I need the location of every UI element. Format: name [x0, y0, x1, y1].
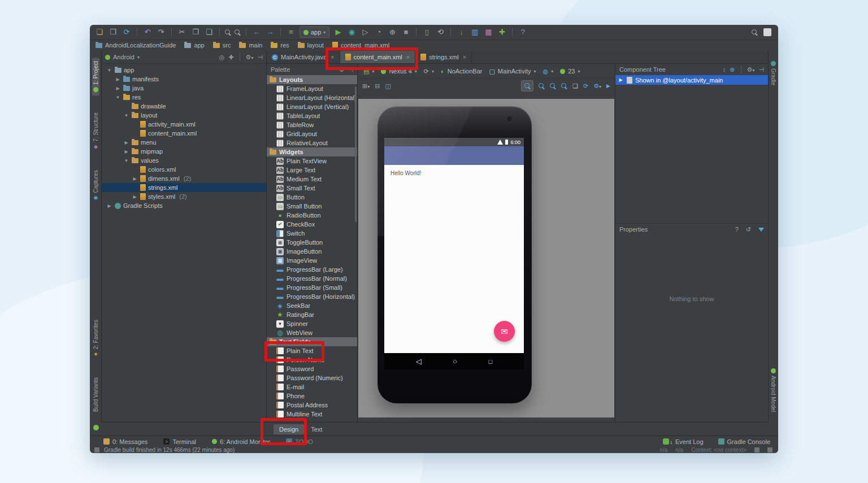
breadcrumb-item-main[interactable]: main: [239, 42, 262, 49]
palette-item-radiobutton[interactable]: ●RadioButton: [267, 211, 357, 220]
palette-item-password-numeric-[interactable]: Password (Numeric): [267, 373, 357, 382]
tree-item-res[interactable]: ▼res: [102, 93, 266, 102]
palette-item-medium-text[interactable]: AbMedium Text: [267, 175, 357, 184]
cut-icon[interactable]: ✂: [177, 27, 187, 37]
tree-item-java[interactable]: ▶java: [102, 84, 266, 93]
tool-stripe-item-gradle[interactable]: Gradle: [770, 58, 777, 89]
close-tab-icon[interactable]: ×: [463, 54, 466, 60]
split-view-icon[interactable]: ⊟: [375, 82, 380, 90]
palette-item-gridlayout[interactable]: GridLayout: [267, 129, 357, 138]
gear-icon[interactable]: ⚙▾: [246, 54, 254, 61]
filter-icon[interactable]: [758, 228, 764, 232]
tree-arrow-icon[interactable]: ▶: [123, 149, 129, 154]
palette-item-switch[interactable]: Switch: [267, 229, 357, 238]
status-grid-icon[interactable]: [94, 447, 99, 452]
help-icon[interactable]: ?: [735, 226, 739, 233]
ide-misc-icon[interactable]: [763, 28, 771, 36]
tool-stripe-item-2-favorites[interactable]: ★2: Favorites: [92, 316, 99, 360]
tree-item-content_main-xml[interactable]: content_main.xml: [102, 129, 266, 138]
sdk-manager-icon[interactable]: ↓: [456, 27, 466, 37]
locate-icon[interactable]: ◎: [219, 54, 225, 61]
attach-debugger-icon[interactable]: ⊕: [387, 27, 397, 37]
tool-window-button-gradle-console[interactable]: Gradle Console: [718, 438, 770, 445]
tree-arrow-icon[interactable]: ▶: [123, 140, 129, 145]
palette-item-tablelayout[interactable]: TableLayout: [267, 111, 357, 120]
palette-item-progressbar-small-[interactable]: ▬ProgressBar (Small): [267, 283, 357, 292]
tree-item-menu[interactable]: ▶menu: [102, 138, 266, 147]
palette-item-relativelayout[interactable]: RelativeLayout: [267, 138, 357, 147]
tree-arrow-icon[interactable]: ▼: [123, 158, 129, 163]
tree-item-values[interactable]: ▼values: [102, 156, 266, 165]
blueprint-icon[interactable]: ◫: [385, 82, 390, 90]
copy-icon[interactable]: ❐: [190, 27, 201, 37]
preview-app-bar[interactable]: [384, 146, 524, 165]
palette-item-framelayout[interactable]: FrameLayout: [267, 84, 357, 93]
profile-icon[interactable]: ◔: [374, 27, 384, 37]
tree-item-colors-xml[interactable]: colors.xml: [102, 165, 266, 174]
palette-item-multiline-text[interactable]: Multiline Text: [267, 410, 357, 419]
palette-item-progressbar-horizontal-[interactable]: ▬ProgressBar (Horizontal): [267, 292, 357, 301]
palette-item-linearlayout-vertical-[interactable]: LinearLayout (Vertical): [267, 102, 357, 111]
device-monitor-icon[interactable]: ▥: [470, 27, 480, 37]
palette-item-progressbar-large-[interactable]: ▬ProgressBar (Large): [267, 265, 357, 274]
refresh-icon[interactable]: ⟳: [583, 82, 588, 90]
tool-stripe-item-build-variants[interactable]: Build Variants: [92, 374, 99, 415]
expand-panel-icon[interactable]: ▶: [606, 83, 610, 89]
zoom-out-icon[interactable]: [561, 83, 567, 89]
zoom-actual-icon[interactable]: [539, 83, 545, 89]
debug-icon[interactable]: ◉: [346, 27, 357, 37]
vcs-icon[interactable]: ▦: [483, 27, 493, 37]
palette-item-togglebutton[interactable]: ▣ToggleButton: [267, 238, 357, 247]
palette-item-imageview[interactable]: ▦ImageView: [267, 256, 357, 265]
tree-arrow-icon[interactable]: ▼: [106, 68, 112, 73]
tool-window-button-terminal[interactable]: >Terminal: [163, 438, 196, 445]
search-icon[interactable]: [225, 29, 231, 36]
breadcrumb-item-app[interactable]: app: [184, 42, 204, 49]
device-preview[interactable]: 6:00 Hello World! ✉ ◁ ○: [377, 106, 532, 403]
component-tree-selected-row[interactable]: ▶ Shown in @layout/activity_main: [615, 75, 768, 85]
device-screen[interactable]: 6:00 Hello World! ✉ ◁ ○: [384, 138, 524, 369]
tree-arrow-icon[interactable]: ▼: [123, 113, 129, 118]
breadcrumb-item-AndroidLocalizationGuide[interactable]: AndroidLocalizationGuide: [96, 42, 176, 49]
tree-arrow-icon[interactable]: ▶: [132, 194, 138, 199]
palette-item-postal-address[interactable]: Postal Address: [267, 401, 357, 410]
palette-item-progressbar-normal-[interactable]: ▬ProgressBar (Normal): [267, 274, 357, 283]
palette-item-ratingbar[interactable]: ★RatingBar: [267, 310, 357, 319]
palette-item-password[interactable]: Password: [267, 364, 357, 373]
search-everywhere-icon[interactable]: [752, 29, 758, 36]
palette-item-webview[interactable]: ◍WebView: [267, 328, 357, 337]
palette-item-button[interactable]: ▭Button: [267, 193, 357, 202]
expand-icon[interactable]: ✚: [228, 54, 233, 61]
variants-icon[interactable]: ⊞▾: [362, 82, 370, 90]
tool-window-button-event-log[interactable]: 1Event Log: [663, 438, 704, 445]
palette-item-linearlayout-horizontal-[interactable]: LinearLayout (Horizontal): [267, 93, 357, 102]
api-level-selector[interactable]: 23▾: [560, 68, 580, 75]
sort-icon[interactable]: ↕: [723, 66, 726, 73]
tree-arrow-icon[interactable]: ▶: [115, 86, 121, 91]
stop-icon[interactable]: ■: [401, 27, 411, 37]
tree-item-layout[interactable]: ▼layout: [102, 111, 266, 120]
palette-scrollbar[interactable]: [355, 86, 357, 222]
forward-icon[interactable]: →: [265, 27, 275, 37]
plugin-icon[interactable]: ✚: [497, 27, 507, 37]
tree-item-styles-xml[interactable]: ▶styles.xml(2): [102, 192, 266, 201]
gear-icon[interactable]: ⚙▾: [747, 66, 755, 73]
app-run-config-selector[interactable]: app▾: [300, 27, 329, 38]
tree-arrow-icon[interactable]: ▶: [115, 77, 121, 82]
help-icon[interactable]: ?: [518, 27, 528, 37]
tool-stripe-item-7-structure[interactable]: ❖7: Structure: [92, 109, 99, 153]
fab-button[interactable]: ✉: [494, 321, 515, 342]
palette-item-phone[interactable]: Phone: [267, 391, 357, 401]
project-view-selector[interactable]: Android: [113, 54, 134, 60]
compile-icon[interactable]: ≡: [286, 27, 296, 37]
zoom-fit-icon[interactable]: [521, 80, 533, 92]
preview-file-icon[interactable]: ❏: [572, 82, 578, 90]
sync-icon[interactable]: ⟳: [121, 27, 132, 37]
theme-selector[interactable]: ◐ NoActionBar: [441, 68, 482, 75]
palette-section-widgets[interactable]: Widgets: [267, 147, 357, 156]
render-settings-icon[interactable]: ⚙▾: [593, 82, 601, 90]
gradle-sync-icon[interactable]: ⟲: [435, 27, 445, 37]
expand-arrow-icon[interactable]: ▶: [618, 77, 624, 82]
hide-panel-icon[interactable]: ⊣: [257, 54, 263, 61]
tool-window-button-0-messages[interactable]: 0: Messages: [103, 438, 147, 445]
